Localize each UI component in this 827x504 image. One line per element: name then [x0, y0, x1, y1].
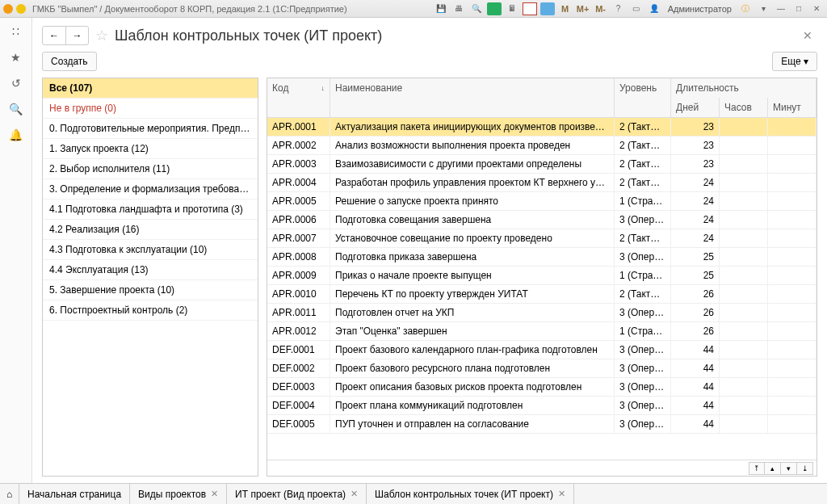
link-icon[interactable] — [487, 2, 502, 15]
table-row[interactable]: DEF.0003Проект описания базовых рисков п… — [267, 378, 817, 397]
cell-minutes — [768, 211, 817, 229]
favorite-star-icon[interactable]: ☆ — [95, 27, 108, 44]
table-row[interactable]: APR.0003Взаимозависимости с другими прое… — [267, 155, 817, 174]
history-icon[interactable]: ↺ — [9, 76, 23, 90]
calculator-icon[interactable]: 🖩 — [505, 2, 519, 15]
dropdown-icon[interactable]: ▾ — [756, 2, 770, 15]
calendar-icon[interactable] — [523, 2, 537, 15]
col-duration[interactable]: Длительность — [671, 78, 817, 98]
tab-close-icon[interactable]: ✕ — [351, 489, 358, 499]
cell-name: Разработан профиль управления проектом К… — [330, 174, 615, 191]
user-label[interactable]: Администратор — [668, 4, 732, 14]
notifications-icon[interactable]: 🔔 — [9, 128, 23, 142]
table-row[interactable]: APR.0006Подготовка совещания завершена3 … — [267, 211, 817, 229]
cell-days: 24 — [671, 229, 720, 247]
table-row[interactable]: APR.0007Установочное совещание по проект… — [267, 229, 817, 248]
table-row[interactable]: APR.0002Анализ возможности выполнения пр… — [267, 136, 817, 155]
group-item[interactable]: 0. Подготовительные мероприятия. Предпро… — [43, 119, 258, 139]
tab-close-icon[interactable]: ✕ — [211, 489, 218, 499]
favorites-icon[interactable]: ★ — [9, 50, 23, 65]
col-code[interactable]: Код↓ — [267, 78, 330, 98]
group-item[interactable]: 2. Выбор исполнителя (11) — [43, 159, 258, 179]
help-icon[interactable]: ? — [611, 2, 626, 15]
memory-mminus-button[interactable]: M- — [594, 2, 608, 15]
cell-code: DEF.0002 — [267, 359, 330, 377]
cell-name: Анализ возможности выполнения проекта пр… — [330, 136, 615, 154]
cell-hours — [720, 174, 768, 191]
cell-level: 3 (Операт… — [615, 248, 671, 266]
search-rail-icon[interactable]: 🔍 — [9, 102, 23, 116]
app-icon-1c — [3, 4, 13, 14]
search-icon[interactable]: 🔍 — [469, 2, 484, 15]
cell-name: Этап "Оценка" завершен — [330, 322, 615, 340]
save-icon[interactable]: 💾 — [434, 2, 448, 15]
table-row[interactable]: APR.0011Подготовлен отчет на УКП3 (Опера… — [267, 304, 817, 322]
group-item[interactable]: 5. Завершение проекта (10) — [43, 280, 258, 300]
scroll-top-button[interactable]: ⤒ — [749, 462, 765, 475]
table-row[interactable]: APR.0001Актуализация пакета инициирующих… — [267, 118, 817, 136]
group-item[interactable]: 4.2 Реализация (16) — [43, 220, 258, 240]
scroll-bottom-button[interactable]: ⤓ — [797, 462, 813, 475]
group-nogroup[interactable]: Не в группе (0) — [43, 99, 258, 119]
table-row[interactable]: APR.0012Этап "Оценка" завершен1 (Стратег… — [267, 322, 817, 341]
cell-code: DEF.0001 — [267, 341, 330, 359]
nav-forward-button[interactable]: → — [65, 27, 88, 44]
nav-back-button[interactable]: ← — [43, 27, 65, 44]
table-row[interactable]: APR.0009Приказ о начале проекте выпущен1… — [267, 267, 817, 285]
table-footer: ⤒ ▴ ▾ ⤓ — [267, 460, 817, 476]
home-tab-icon[interactable]: ⌂ — [0, 484, 19, 504]
table-row[interactable]: APR.0008Подготовка приказа завершена3 (О… — [267, 248, 817, 267]
window-tab[interactable]: Виды проектов✕ — [130, 484, 227, 504]
grid-icon[interactable] — [540, 2, 555, 15]
col-level[interactable]: Уровень — [615, 78, 671, 98]
close-page-button[interactable]: ✕ — [798, 29, 817, 42]
tab-label: Начальная страница — [27, 489, 121, 500]
panel-icon[interactable]: ▭ — [629, 2, 644, 15]
cell-days: 26 — [671, 322, 720, 340]
memory-mplus-button[interactable]: M+ — [576, 2, 590, 15]
window-tab[interactable]: Шаблон контрольных точек (ИТ проект)✕ — [367, 484, 574, 504]
cell-hours — [720, 285, 768, 303]
sort-asc-icon: ↓ — [321, 84, 325, 92]
cell-code: APR.0006 — [267, 211, 330, 229]
col-hours[interactable]: Часов — [720, 98, 768, 117]
table-row[interactable]: APR.0005Решение о запуске проекта принят… — [267, 192, 817, 211]
group-item[interactable]: 4.3 Подготовка к эксплуатации (10) — [43, 240, 258, 260]
window-tab[interactable]: ИТ проект (Вид проекта)✕ — [227, 484, 367, 504]
print-icon[interactable]: 🖶 — [451, 2, 466, 15]
apps-icon[interactable]: ∷ — [9, 24, 23, 39]
col-name[interactable]: Наименование — [330, 78, 615, 98]
create-button[interactable]: Создать — [42, 52, 97, 71]
scroll-up-button[interactable]: ▴ — [765, 462, 781, 475]
table-row[interactable]: DEF.0004Проект плана коммуникаций подгот… — [267, 397, 817, 415]
maximize-button[interactable]: □ — [791, 2, 806, 15]
group-item[interactable]: 4.1 Подготовка ландшафта и прототипа (3) — [43, 200, 258, 220]
minimize-button[interactable]: — — [774, 2, 788, 15]
group-item[interactable]: 6. Постпроектный контроль (2) — [43, 300, 258, 321]
close-window-button[interactable]: ✕ — [809, 2, 824, 15]
table-row[interactable]: APR.0004Разработан профиль управления пр… — [267, 174, 817, 192]
cell-name: Подготовлен отчет на УКП — [330, 304, 615, 321]
group-all[interactable]: Все (107) — [43, 78, 258, 99]
cell-level: 1 (Стратег… — [615, 192, 671, 210]
col-days[interactable]: Дней — [671, 98, 720, 117]
table-row[interactable]: APR.0010Перечень КТ по проекту утвержден… — [267, 285, 817, 304]
group-item[interactable]: 4.4 Эксплуатация (13) — [43, 260, 258, 280]
table-row[interactable]: DEF.0002Проект базового ресурсного плана… — [267, 359, 817, 378]
group-item[interactable]: 1. Запуск проекта (12) — [43, 139, 258, 159]
cell-days: 25 — [671, 267, 720, 284]
tab-close-icon[interactable]: ✕ — [558, 489, 565, 499]
cell-hours — [720, 304, 768, 321]
cell-hours — [720, 359, 768, 377]
group-item[interactable]: 3. Определение и формализация требований… — [43, 179, 258, 200]
more-button[interactable]: Еще ▾ — [772, 52, 817, 71]
info-icon[interactable]: ⓘ — [738, 2, 753, 15]
table-row[interactable]: DEF.0001Проект базового календарного пла… — [267, 341, 817, 359]
window-tab[interactable]: Начальная страница — [19, 484, 130, 504]
memory-m-button[interactable]: M — [558, 2, 573, 15]
cell-days: 24 — [671, 174, 720, 191]
table-row[interactable]: DEF.0005ПУП уточнен и отправлен на согла… — [267, 415, 817, 434]
scroll-down-button[interactable]: ▾ — [781, 462, 797, 475]
cell-days: 44 — [671, 415, 720, 433]
col-minutes[interactable]: Минут — [768, 98, 817, 117]
